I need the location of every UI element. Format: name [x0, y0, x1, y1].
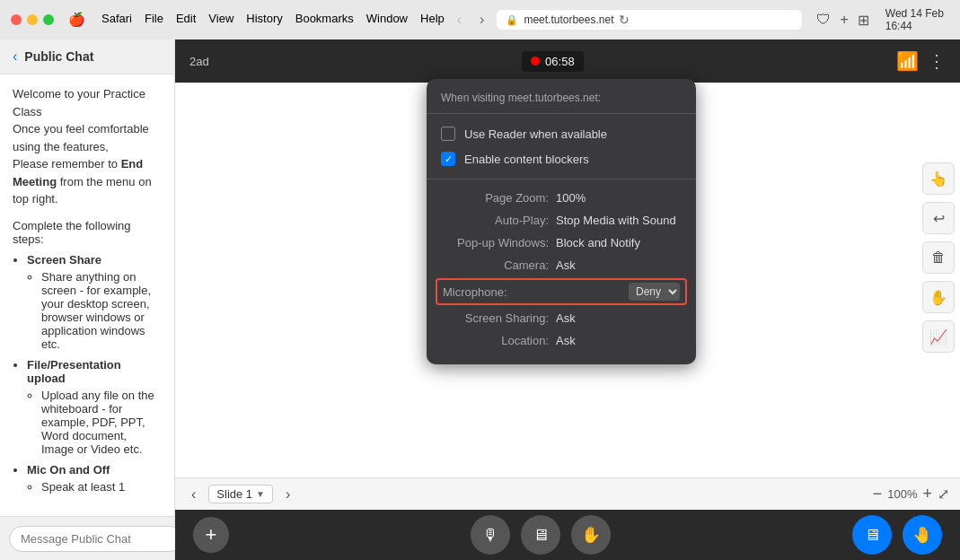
- slide-info: Slide 1 ▼: [208, 485, 273, 503]
- checkmark-icon: ✓: [445, 153, 453, 165]
- zoom-controls: − 100% + ⤢: [873, 485, 949, 503]
- site-settings-popup: When visiting meet.tutorbees.net: Use Re…: [427, 79, 696, 364]
- camera-row: Camera: Ask: [427, 254, 696, 276]
- page-zoom-label: Page Zoom:: [441, 191, 549, 205]
- lock-icon: 🔒: [506, 14, 518, 26]
- back-button[interactable]: ‹: [13, 48, 17, 65]
- whiteboard-button[interactable]: 🤚: [903, 515, 942, 555]
- use-reader-checkbox[interactable]: [441, 127, 455, 141]
- undo-tool-button[interactable]: ↩: [922, 202, 955, 234]
- microphone-label: Microphone:: [443, 285, 507, 299]
- screen-sharing-label: Screen Sharing:: [441, 311, 549, 325]
- history-menu[interactable]: History: [246, 12, 282, 28]
- right-area: 2ad 06:58 📶 ⋮ This slide left blank for …: [175, 39, 960, 560]
- view-menu[interactable]: View: [208, 12, 233, 28]
- safari-menu[interactable]: Safari: [101, 12, 132, 28]
- slide-dropdown-icon[interactable]: ▼: [256, 489, 265, 499]
- stop-camera-button[interactable]: 🖥: [521, 515, 560, 555]
- zoom-percent: 100%: [887, 487, 917, 501]
- raise-hand-button[interactable]: ✋: [571, 515, 611, 555]
- fit-screen-button[interactable]: ⤢: [938, 486, 949, 503]
- step2-title: File/Presentation upload: [27, 358, 121, 385]
- popup-divider-1: [427, 179, 696, 179]
- help-menu[interactable]: Help: [420, 12, 445, 28]
- trash-tool-button[interactable]: 🗑: [922, 241, 955, 274]
- whiteboard-icon: 🤚: [912, 525, 932, 545]
- chat-input-area: ➤: [0, 516, 174, 560]
- screen-share-icon: 🖥: [864, 526, 880, 545]
- chat-content[interactable]: Welcome to your Practice Class Once you …: [0, 74, 174, 560]
- chat-input[interactable]: [9, 526, 183, 552]
- main-layout: ‹ Public Chat Welcome to your Practice C…: [0, 39, 960, 560]
- minimize-button[interactable]: [27, 14, 38, 25]
- content-blockers-row[interactable]: ✓ Enable content blockers: [427, 146, 696, 171]
- location-row: Location: Ask: [427, 329, 696, 352]
- popup-windows-value: Block and Notify: [556, 236, 682, 249]
- chart-tool-button[interactable]: 📈: [922, 320, 955, 353]
- microphone-select[interactable]: Deny Ask Allow: [629, 283, 680, 301]
- step1-sub1: Share anything on screen - for example, …: [41, 270, 162, 351]
- chat-title: Public Chat: [24, 49, 93, 64]
- bottom-toolbar: + 🎙 🖥 ✋ 🖥 🤚: [175, 510, 960, 560]
- shield-icon[interactable]: 🛡: [816, 12, 831, 28]
- recording-dot: [531, 57, 540, 66]
- cursor-tool-button[interactable]: 👆: [922, 162, 955, 195]
- mic-off-icon: 🎙: [482, 526, 498, 545]
- sidebar: ‹ Public Chat Welcome to your Practice C…: [0, 39, 175, 560]
- reload-button[interactable]: ↻: [619, 13, 630, 27]
- plus-icon: +: [206, 523, 217, 547]
- steps-intro: Complete the following steps:: [13, 219, 162, 246]
- maximize-button[interactable]: [43, 14, 54, 25]
- media-controls: 🎙 🖥 ✋: [471, 515, 611, 555]
- popup-windows-row: Pop-up Windows: Block and Notify: [427, 232, 696, 254]
- grid-icon[interactable]: ⊞: [858, 12, 869, 29]
- more-options-button[interactable]: ⋮: [928, 50, 946, 72]
- title-bar: 🍎 Safari File Edit View History Bookmark…: [0, 0, 960, 39]
- apple-menu[interactable]: 🍎: [68, 12, 85, 28]
- close-button[interactable]: [11, 14, 22, 25]
- auto-play-row: Auto-Play: Stop Media with Sound: [427, 209, 696, 232]
- add-action-button[interactable]: +: [193, 517, 229, 553]
- window-menu[interactable]: Window: [366, 12, 408, 28]
- edit-menu[interactable]: Edit: [176, 12, 196, 28]
- camera-label: Camera:: [441, 258, 549, 272]
- zoom-out-button[interactable]: −: [873, 485, 883, 503]
- steps-list: Screen Share Share anything on screen - …: [13, 253, 162, 494]
- screen-controls: 🖥 🤚: [852, 515, 942, 555]
- bookmarks-menu[interactable]: Bookmarks: [295, 12, 354, 28]
- use-reader-label: Use Reader when available: [464, 127, 682, 141]
- hand-tool-button[interactable]: ✋: [922, 281, 955, 313]
- location-label: Location:: [441, 334, 549, 347]
- step1-title: Screen Share: [27, 253, 101, 267]
- address-bar[interactable]: 🔒 meet.tutorbees.net ↻: [497, 10, 802, 30]
- page-zoom-row: Page Zoom: 100%: [427, 187, 696, 209]
- clock-display: Wed 14 Feb 16:44: [885, 7, 949, 32]
- file-menu[interactable]: File: [145, 12, 163, 28]
- camera-off-icon: 🖥: [533, 526, 549, 545]
- add-tab-button[interactable]: +: [840, 12, 848, 28]
- zoom-in-button[interactable]: +: [922, 485, 932, 503]
- use-reader-row[interactable]: Use Reader when available: [427, 121, 696, 146]
- url-text: meet.tutorbees.net: [524, 13, 613, 26]
- auto-play-value: Stop Media with Sound: [556, 214, 682, 227]
- back-nav-button[interactable]: ‹: [452, 10, 467, 30]
- screen-sharing-row: Screen Sharing: Ask: [427, 307, 696, 329]
- microphone-row[interactable]: Microphone: Deny Ask Allow: [436, 278, 687, 305]
- prev-slide-button[interactable]: ‹: [186, 485, 201, 504]
- next-slide-button[interactable]: ›: [280, 485, 295, 504]
- forward-nav-button[interactable]: ›: [474, 10, 489, 30]
- welcome-message: Welcome to your Practice Class Once you …: [13, 85, 162, 208]
- content-blockers-checkbox[interactable]: ✓: [441, 152, 455, 166]
- step2-sub1: Upload any file on the whiteboard - for …: [41, 389, 162, 456]
- step3-title: Mic On and Off: [27, 463, 110, 477]
- location-value: Ask: [556, 334, 682, 347]
- popup-title: When visiting meet.tutorbees.net:: [427, 92, 696, 114]
- raise-hand-icon: ✋: [581, 525, 601, 545]
- screen-sharing-value: Ask: [556, 311, 682, 325]
- mute-microphone-button[interactable]: 🎙: [471, 515, 510, 555]
- auto-play-label: Auto-Play:: [441, 214, 549, 227]
- slide-nav: ‹ Slide 1 ▼ ›: [186, 485, 295, 504]
- slide-controls: ‹ Slide 1 ▼ › − 100% + ⤢: [175, 477, 960, 510]
- screen-share-button[interactable]: 🖥: [852, 515, 892, 555]
- popup-windows-label: Pop-up Windows:: [441, 236, 549, 249]
